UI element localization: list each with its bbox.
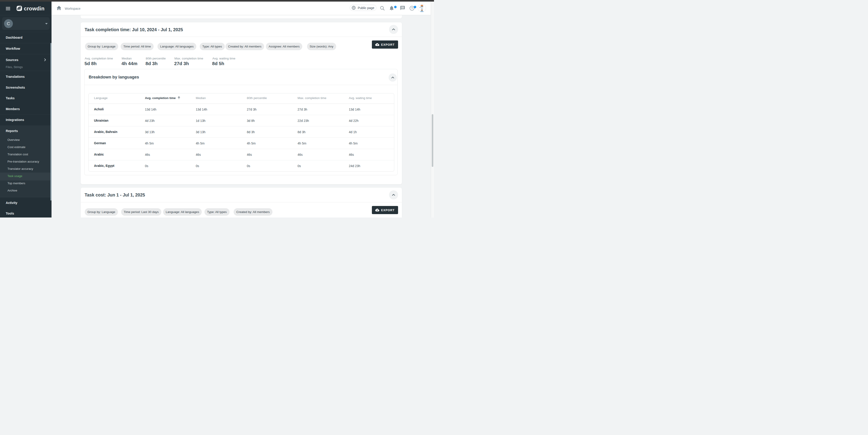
svg-text:?: ? — [411, 7, 413, 10]
